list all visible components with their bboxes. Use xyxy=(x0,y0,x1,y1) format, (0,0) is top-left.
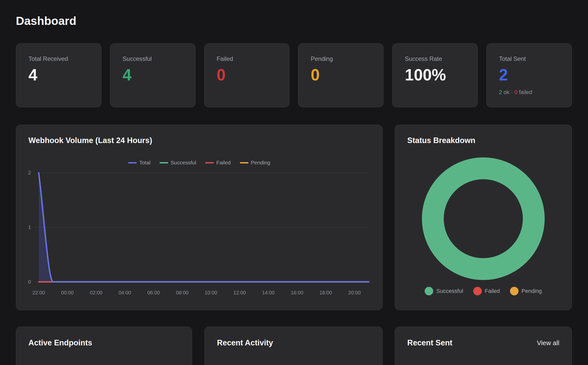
recent-sent-card: Recent Sent View all xyxy=(395,327,572,365)
stat-card-total-sent: Total Sent 2 2 ok · 0 failed xyxy=(486,43,572,107)
stat-value: 0 xyxy=(217,67,277,83)
legend-item-successful[interactable]: Successful xyxy=(425,287,463,295)
legend-item-failed[interactable]: Failed xyxy=(473,287,500,295)
separator: · xyxy=(511,89,513,95)
stat-value: 2 xyxy=(499,67,559,83)
stat-value: 0 xyxy=(311,67,371,83)
active-endpoints-title: Active Endpoints xyxy=(28,338,179,347)
x-axis-label: 18:00 xyxy=(319,290,332,295)
stats-row: Total Received 4 Successful 4 Failed 0 P… xyxy=(16,43,572,107)
x-axis-label: 10:00 xyxy=(205,290,217,295)
y-axis-label: 2 xyxy=(28,170,31,175)
stat-label: Pending xyxy=(311,55,371,63)
legend-label: Pending xyxy=(522,288,542,294)
stat-card-success-rate: Success Rate 100% xyxy=(392,43,478,107)
stat-label: Failed xyxy=(217,55,277,63)
total-sent-breakdown: 2 ok · 0 failed xyxy=(499,89,559,96)
y-axis-label: 0 xyxy=(28,279,31,285)
x-axis-label: 14:00 xyxy=(262,290,275,295)
legend-label: Failed xyxy=(485,288,500,294)
status-breakdown-card: Status Breakdown SuccessfulFailedPending xyxy=(395,125,572,310)
stat-value: 4 xyxy=(123,67,183,83)
x-axis-label: 04:00 xyxy=(119,290,131,295)
stat-value: 100% xyxy=(405,67,465,83)
failed-word: failed xyxy=(519,89,532,95)
ok-word: ok xyxy=(504,89,509,95)
recent-sent-title: Recent Sent xyxy=(407,338,452,347)
stat-label: Total Received xyxy=(28,55,89,63)
status-chart-legend: SuccessfulFailedPending xyxy=(395,287,572,295)
x-axis-label: 06:00 xyxy=(147,290,160,295)
legend-item-pending[interactable]: Pending xyxy=(510,287,542,295)
recent-activity-title: Recent Activity xyxy=(217,338,370,347)
x-axis-label: 00:00 xyxy=(61,290,74,295)
y-axis-label: 1 xyxy=(28,224,31,230)
x-axis-label: 22:00 xyxy=(32,290,45,295)
page-title: Dashboard xyxy=(16,14,76,28)
stat-label: Successful xyxy=(123,55,183,63)
stat-card-failed: Failed 0 xyxy=(204,43,290,107)
stat-label: Success Rate xyxy=(405,55,465,63)
legend-swatch-successful xyxy=(425,287,433,295)
donut-slice-successful xyxy=(433,168,534,269)
stat-value: 4 xyxy=(28,67,89,83)
status-donut-chart xyxy=(395,125,572,310)
legend-swatch-failed xyxy=(473,287,482,295)
ok-count: 2 xyxy=(499,89,502,95)
volume-line-chart: 21022:0000:0002:0004:0006:0008:0010:0012… xyxy=(16,125,382,310)
recent-activity-card: Recent Activity xyxy=(204,327,383,365)
failed-count: 0 xyxy=(514,89,517,95)
stat-card-pending: Pending 0 xyxy=(298,43,384,107)
active-endpoints-card: Active Endpoints xyxy=(16,327,192,365)
dashboard-screen: Dashboard Total Received 4 Successful 4 … xyxy=(0,0,588,365)
x-axis-label: 12:00 xyxy=(233,290,246,295)
stat-label: Total Sent xyxy=(499,55,559,63)
x-axis-label: 20:00 xyxy=(348,290,361,295)
stat-card-total-received: Total Received 4 xyxy=(16,43,101,107)
legend-swatch-pending xyxy=(510,287,519,295)
x-axis-label: 02:00 xyxy=(90,290,102,295)
webhook-volume-card: Webhook Volume (Last 24 Hours) TotalSucc… xyxy=(16,125,383,310)
legend-label: Successful xyxy=(436,288,463,294)
x-axis-label: 16:00 xyxy=(291,290,303,295)
view-all-link[interactable]: View all xyxy=(537,339,559,347)
stat-card-successful: Successful 4 xyxy=(110,43,196,107)
x-axis-label: 08:00 xyxy=(176,290,189,295)
